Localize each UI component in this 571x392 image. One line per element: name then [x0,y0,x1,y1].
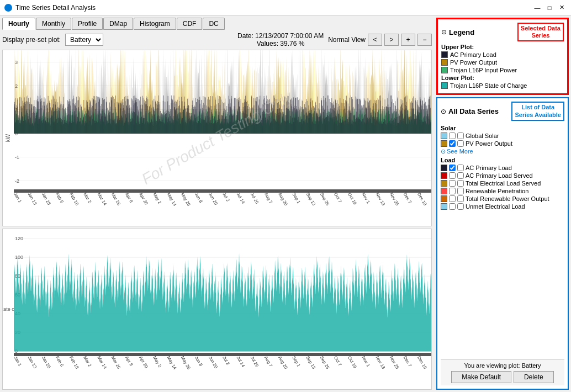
series-check2-total-renewable[interactable] [457,195,464,202]
series-item-ac-primary: AC Primary Load [441,165,564,171]
legend-label-trojan-soc: Trojan L16P State of Charge [450,82,527,89]
window-title: Time Series Detail Analysis [15,4,96,12]
legend-title: Legend [449,28,474,36]
zoom-in-button[interactable]: + [401,34,415,46]
load-section-title: Load [441,157,564,163]
series-label-ac-primary-served: AC Primary Load Served [466,172,533,179]
selected-data-series-badge: Selected DataSeries [517,23,564,41]
series-check2-ac-primary-served[interactable] [457,172,464,179]
delete-button[interactable]: Delete [514,371,554,383]
tab-profile[interactable]: Profile [72,18,103,30]
series-item-ac-primary-served: AC Primary Load Served [441,172,564,179]
zoom-out-button[interactable]: − [417,34,432,46]
view-controls: Normal View < > + − [328,34,432,46]
minimize-button[interactable]: — [532,3,542,13]
series-color-ac-primary-served [441,172,447,179]
see-more-icon: ⊙ [441,148,446,155]
view-label: Normal View [328,36,366,44]
series-check-total-renewable[interactable] [449,195,456,202]
nav-prev-button[interactable]: < [368,34,382,46]
series-check2-unmet-elec[interactable] [457,203,464,210]
close-button[interactable]: ✕ [557,3,567,13]
legend-item-trojan-input: Trojan L16P Input Power [441,67,564,73]
series-check2-renewable-pen[interactable] [457,188,464,194]
title-bar-left: Time Series Detail Analysis [4,4,96,12]
legend-color-ac-primary [441,51,448,58]
series-label-renewable-pen: Renewable Penetration [466,188,528,194]
all-series-title: All Data Series [448,107,499,115]
upper-chart: kW For Product Testing Only [2,50,432,226]
series-check-ac-primary[interactable] [449,165,456,171]
tab-hourly[interactable]: Hourly [2,18,35,30]
preset-select[interactable]: Battery Solar Wind [65,34,103,46]
nav-next-button[interactable]: > [384,34,399,46]
legend-color-trojan-soc [441,82,448,89]
legend-item-ac-primary: AC Primary Load [441,51,564,58]
series-label-ac-primary: AC Primary Load [466,165,512,171]
date-info: Date: 12/13/2007 7:00:00 AM Values: 39.7… [237,32,324,47]
lower-chart-canvas [14,229,431,356]
make-default-button[interactable]: Make Default [451,371,511,383]
charts-area: kW For Product Testing Only Trojan L16P … [2,50,432,390]
series-label-global-solar: Global Solar [466,133,499,139]
legend-color-pv-power [441,59,448,66]
main-content: Hourly Monthly Profile DMap Histogram CD… [0,15,571,392]
viewing-value: Battery [522,362,541,369]
series-item-pv-power: PV Power Output [441,140,564,147]
series-item-total-elec: Total Electrical Load Served [441,180,564,187]
lower-chart: Trojan L16P State of Charge (%) [2,229,432,390]
series-label-pv-power: PV Power Output [466,140,512,147]
legend-item-trojan-soc: Trojan L16P State of Charge [441,82,564,89]
display-label: Display pre-set plot: [2,36,61,44]
upper-x-axis [14,193,431,226]
bottom-bar: You are viewing plot: Battery Make Defau… [441,359,564,385]
tab-dc[interactable]: DC [203,18,224,30]
maximize-button[interactable]: □ [544,3,554,13]
series-item-unmet-elec: Unmet Electrical Load [441,203,564,210]
tab-histogram[interactable]: Histogram [134,18,176,30]
lower-x-axis-canvas [14,356,431,389]
series-item-total-renewable: Total Renewable Power Output [441,195,564,202]
title-bar: Time Series Detail Analysis — □ ✕ [0,0,571,15]
series-check-ac-primary-served[interactable] [449,172,456,179]
series-color-unmet-elec [441,203,447,210]
series-check2-total-elec[interactable] [457,180,464,187]
series-check2-pv-power[interactable] [457,140,464,147]
left-panel: Hourly Monthly Profile DMap Histogram CD… [0,15,434,392]
legend-item-pv-power: PV Power Output [441,59,564,66]
lower-plot-label: Lower Plot: [441,75,564,81]
legend-box: ⊙ Legend Selected DataSeries Upper Plot:… [436,18,569,95]
series-toggle[interactable]: ⊙ [441,108,446,115]
viewing-label: You are viewing plot: [464,362,520,369]
series-check-global-solar[interactable] [449,133,456,139]
upper-y-label: kW [5,134,11,142]
tab-bar: Hourly Monthly Profile DMap Histogram CD… [2,18,432,30]
legend-header: ⊙ Legend Selected DataSeries [441,23,564,41]
date-line2: Values: 39.76 % [237,40,324,47]
series-check2-ac-primary[interactable] [457,165,464,171]
series-check-total-elec[interactable] [449,180,456,187]
series-color-ac-primary [441,165,447,171]
bottom-buttons: Make Default Delete [443,371,562,383]
series-color-pv-power [441,140,447,147]
solar-section-title: Solar [441,125,564,131]
right-panel: ⊙ Legend Selected DataSeries Upper Plot:… [434,15,571,392]
series-check-unmet-elec[interactable] [449,203,456,210]
upper-plot-label: Upper Plot: [441,44,564,50]
series-check-renewable-pen[interactable] [449,188,456,194]
tab-cdf[interactable]: CDF [177,18,203,30]
series-check2-global-solar[interactable] [457,133,464,139]
app-icon [4,4,12,12]
date-line1: Date: 12/13/2007 7:00:00 AM [237,32,324,40]
series-item-renewable-pen: Renewable Penetration [441,188,564,194]
legend-label-trojan-input: Trojan L16P Input Power [450,67,517,73]
viewing-info: You are viewing plot: Battery [443,362,562,369]
series-list: Solar Global Solar PV Power Output ⊙ See… [441,123,564,359]
see-more-solar[interactable]: ⊙ See More [441,148,564,155]
legend-label-pv-power: PV Power Output [450,59,497,66]
series-check-pv-power[interactable] [449,140,456,147]
legend-toggle[interactable]: ⊙ [441,28,447,36]
tab-dmap[interactable]: DMap [103,18,133,30]
tab-monthly[interactable]: Monthly [36,18,71,30]
lower-x-axis [14,356,431,389]
